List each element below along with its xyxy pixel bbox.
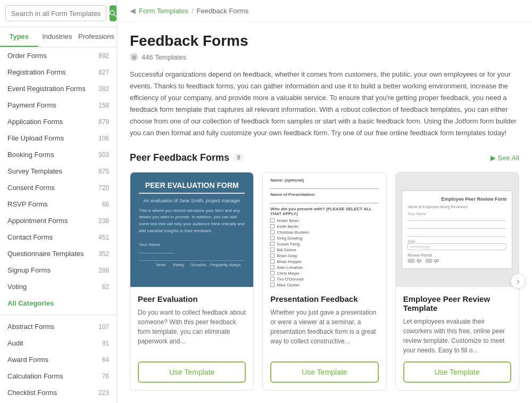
sidebar-item-voting[interactable]: Voting62 — [0, 278, 117, 295]
search-input[interactable] — [5, 5, 106, 21]
card-preview-peer: PEER EVALUATION FORM An evaluation of Ja… — [130, 172, 253, 287]
sidebar-item-rsvp-forms[interactable]: RSVP Forms66 — [0, 196, 117, 212]
sidebar-item-booking-forms[interactable]: Booking Forms303 — [0, 146, 117, 163]
card-name: Peer Evaluation — [138, 294, 246, 303]
card-body-presentation: Presentation Feedback Whether you just g… — [263, 287, 386, 390]
card-description: Do you want to collect feedback about so… — [138, 308, 246, 355]
svg-line-1 — [114, 14, 116, 17]
sidebar-item-contact-forms[interactable]: Contact Forms451 — [0, 229, 117, 245]
sidebar-divider — [0, 315, 117, 315]
sidebar-item-payment-forms[interactable]: Payment Forms158 — [0, 97, 117, 113]
sidebar-item-calculation-forms[interactable]: Calculation Forms76 — [0, 368, 117, 384]
pres-question: Who did you present with? (PLEASE SELECT… — [270, 207, 378, 216]
card-presentation-feedback: Name: (optional) Name of Presentation: W… — [262, 172, 386, 391]
search-button[interactable] — [110, 5, 117, 21]
card-description: Whether you just gave a presentation or … — [270, 308, 378, 355]
sidebar-item-content-forms[interactable]: Content Forms106 — [0, 401, 117, 403]
emp-form-title: Employee Peer Review Form — [408, 196, 506, 202]
count-icon: ⊞ — [130, 53, 138, 61]
sidebar-item-appointment-forms[interactable]: Appointment Forms238 — [0, 212, 117, 229]
breadcrumb: ◀ Form Templates / Feedback Forms — [117, 0, 532, 22]
sidebar-item-consent-forms[interactable]: Consent Forms720 — [0, 179, 117, 196]
use-template-button-2[interactable]: Use Template — [270, 361, 378, 383]
page-title: Feedback Forms — [130, 32, 519, 50]
breadcrumb-current: Feedback Forms — [197, 7, 249, 15]
breadcrumb-separator: / — [192, 7, 194, 15]
back-arrow-icon[interactable]: ◀ — [130, 6, 136, 15]
peer-form-preview-title: PEER EVALUATION FORM — [139, 181, 245, 194]
card-employee-peer-review: Employee Peer Review Form Name of Employ… — [395, 172, 519, 391]
sidebar-item-abstract-forms[interactable]: Abstract Forms107 — [0, 318, 117, 335]
use-template-button-1[interactable]: Use Template — [138, 361, 246, 383]
peer-section-title: Peer Feedback Forms 9 — [130, 152, 244, 163]
card-body-employee: Employee Peer Review Template Let employ… — [396, 287, 519, 390]
card-name: Presentation Feedback — [270, 294, 378, 303]
card-body-peer-evaluation: Peer Evaluation Do you want to collect f… — [130, 287, 253, 390]
sidebar-item-file-upload-forms[interactable]: File Upload Forms106 — [0, 130, 117, 146]
card-preview-emp: Employee Peer Review Form Name of Employ… — [396, 172, 519, 287]
card-description: Let employees evaluate their coworkers w… — [403, 317, 511, 355]
main-body: Feedback Forms ⊞ 446 Templates Successfu… — [117, 22, 532, 403]
search-bar — [0, 0, 117, 27]
sidebar-item-checklist-forms[interactable]: Checklist Forms223 — [0, 384, 117, 401]
sidebar-item-questionnaire-templates[interactable]: Questionnaire Templates352 — [0, 245, 117, 262]
sidebar-item-event-registration-forms[interactable]: Event Registration Forms382 — [0, 80, 117, 97]
peer-section-header: Peer Feedback Forms 9 ▶ See All — [130, 152, 519, 163]
peer-badge: 9 — [234, 153, 244, 162]
card-name: Employee Peer Review Template — [403, 294, 511, 312]
cards-row: PEER EVALUATION FORM An evaluation of Ja… — [130, 172, 519, 391]
sidebar-list: Order Forms892 Registration Forms827 Eve… — [0, 47, 117, 403]
description-text: Successful organizations depend on feedb… — [130, 69, 519, 139]
see-all-arrow-icon: ▶ — [491, 154, 496, 162]
main-content-area: ◀ Form Templates / Feedback Forms Feedba… — [117, 0, 532, 403]
sidebar-item-audit[interactable]: Audit91 — [0, 335, 117, 351]
sidebar-item-order-forms[interactable]: Order Forms892 — [0, 47, 117, 64]
sidebar-item-survey-templates[interactable]: Survey Templates875 — [0, 163, 117, 179]
template-count: ⊞ 446 Templates — [130, 53, 519, 61]
peer-form-preview-subtitle: An evaluation of Jane Smith, project man… — [139, 198, 245, 203]
sidebar-item-signup-forms[interactable]: Signup Forms288 — [0, 262, 117, 278]
card-preview-pres: Name: (optional) Name of Presentation: W… — [263, 172, 386, 287]
tab-types[interactable]: Types — [0, 27, 38, 47]
sidebar-item-registration-forms[interactable]: Registration Forms827 — [0, 64, 117, 80]
sidebar: Types Industries Professions Order Forms… — [0, 0, 117, 403]
count-label: 446 Templates — [142, 53, 186, 61]
peer-form-preview-body: This is where you should introduce your … — [139, 208, 245, 256]
carousel-next-arrow[interactable]: › — [511, 274, 526, 289]
card-peer-evaluation: PEER EVALUATION FORM An evaluation of Ja… — [130, 172, 254, 391]
tab-industries[interactable]: Industries — [38, 27, 77, 47]
breadcrumb-parent[interactable]: Form Templates — [139, 7, 188, 15]
sidebar-item-award-forms[interactable]: Award Forms64 — [0, 351, 117, 368]
peer-see-all-link[interactable]: ▶ See All — [491, 154, 519, 162]
sidebar-item-all-categories[interactable]: All Categories — [0, 295, 117, 311]
use-template-button-3[interactable]: Use Template — [403, 361, 511, 383]
pres-field-name: Name: (optional) — [270, 178, 378, 189]
pres-field-presentation: Name of Presentation: — [270, 192, 378, 203]
peer-form-table: NeverRarelyOccasion...FrequentlyAlways — [139, 260, 245, 267]
tab-professions[interactable]: Professions — [76, 27, 117, 47]
sidebar-item-application-forms[interactable]: Application Forms879 — [0, 113, 117, 130]
tabs-row: Types Industries Professions — [0, 27, 117, 47]
